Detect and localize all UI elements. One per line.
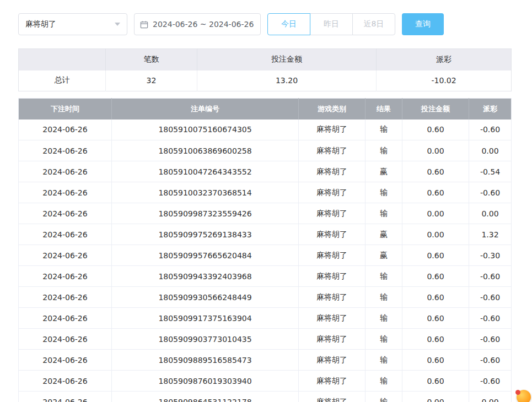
table-row: 2024-06-26 1805909864531122178 麻将胡了 输 0.…	[19, 392, 512, 402]
bet-amount: 0.60	[402, 161, 469, 182]
bet-payout: -0.60	[469, 287, 512, 308]
bet-date: 2024-06-26	[19, 140, 112, 161]
calendar-icon	[140, 20, 148, 29]
quick-date-button[interactable]: 昨日	[310, 13, 353, 35]
bet-payout: -0.54	[469, 161, 512, 182]
bet-date: 2024-06-26	[19, 119, 112, 140]
bet-result: 输	[366, 203, 402, 224]
bet-order-id: 1805910032370368514	[112, 182, 299, 203]
bet-amount: 0.00	[402, 203, 469, 224]
bet-payout: 0.00	[469, 203, 512, 224]
date-quick-buttons: 今日 昨日 近8日	[267, 13, 395, 35]
bet-order-id: 1805909903773010435	[112, 329, 299, 350]
bet-order-id: 1805909975269138433	[112, 224, 299, 245]
table-row: 2024-06-26 1805910032370368514 麻将胡了 输 0.…	[19, 182, 512, 203]
bet-order-id: 1805909930566248449	[112, 287, 299, 308]
table-row: 2024-06-26 1805909930566248449 麻将胡了 输 0.…	[19, 287, 512, 308]
bet-game: 麻将胡了	[299, 161, 366, 182]
bet-payout: -0.60	[469, 182, 512, 203]
table-row: 2024-06-26 1805909975269138433 麻将胡了 赢 0.…	[19, 224, 512, 245]
bet-payout: -0.30	[469, 245, 512, 266]
service-widget-icon[interactable]	[517, 390, 531, 402]
notification-badge	[515, 390, 520, 395]
bet-order-id: 1805910075160674305	[112, 119, 299, 140]
summary-total-count: 32	[106, 70, 197, 91]
bet-amount: 0.60	[402, 329, 469, 350]
bet-result: 输	[366, 308, 402, 329]
table-row: 2024-06-26 1805910047264343552 麻将胡了 赢 0.…	[19, 161, 512, 182]
header-bet-time: 下注时间	[19, 99, 112, 119]
game-select[interactable]: 麻将胡了	[18, 13, 127, 35]
summary-total-payout: -10.02	[377, 70, 512, 91]
quick-date-button[interactable]: 今日	[267, 13, 310, 35]
summary-header-bet-amount: 投注金额	[197, 49, 377, 70]
bet-order-id: 1805909943392403968	[112, 266, 299, 287]
bet-records-page: 麻将胡了 2024-06-26 ~ 2024-06-26 今日 昨日 近8日 查…	[0, 0, 532, 402]
header-game-type: 游戏类别	[299, 99, 366, 119]
bet-table-header-row: 下注时间 注单编号 游戏类别 结果 投注金额 派彩	[19, 99, 512, 119]
bet-date: 2024-06-26	[19, 287, 112, 308]
bet-amount: 0.60	[402, 245, 469, 266]
bet-order-id: 1805910063869600258	[112, 140, 299, 161]
bet-date: 2024-06-26	[19, 224, 112, 245]
bet-order-id: 1805909889516585473	[112, 350, 299, 371]
bet-order-id: 1805909917375163904	[112, 308, 299, 329]
bet-amount: 0.00	[402, 224, 469, 245]
bet-amount: 0.00	[402, 140, 469, 161]
bet-payout: -0.60	[469, 329, 512, 350]
date-range-value: 2024-06-26 ~ 2024-06-26	[153, 20, 254, 29]
bet-date: 2024-06-26	[19, 245, 112, 266]
header-payout: 派彩	[469, 99, 512, 119]
bet-result: 输	[366, 371, 402, 392]
bet-result: 输	[366, 350, 402, 371]
bet-amount: 0.60	[402, 371, 469, 392]
bet-order-id: 1805910047264343552	[112, 161, 299, 182]
bet-amount: 0.60	[402, 119, 469, 140]
summary-total-bet-amount: 13.20	[197, 70, 377, 91]
bet-result: 输	[366, 266, 402, 287]
table-row: 2024-06-26 1805909987323559426 麻将胡了 输 0.…	[19, 203, 512, 224]
summary-total-label: 总计	[19, 70, 106, 91]
table-row: 2024-06-26 1805909876019303940 麻将胡了 输 0.…	[19, 371, 512, 392]
bet-game: 麻将胡了	[299, 392, 366, 402]
header-bet-amount: 投注金额	[402, 99, 469, 119]
table-row: 2024-06-26 1805910075160674305 麻将胡了 输 0.…	[19, 119, 512, 140]
bet-amount: 0.60	[402, 287, 469, 308]
bet-game: 麻将胡了	[299, 245, 366, 266]
bet-date: 2024-06-26	[19, 203, 112, 224]
bet-amount: 0.60	[402, 266, 469, 287]
table-row: 2024-06-26 1805909957665620484 麻将胡了 赢 0.…	[19, 245, 512, 266]
bet-result: 输	[366, 140, 402, 161]
bet-date: 2024-06-26	[19, 182, 112, 203]
bet-game: 麻将胡了	[299, 308, 366, 329]
bet-amount: 0.60	[402, 308, 469, 329]
chevron-down-icon	[115, 23, 120, 26]
quick-date-button[interactable]: 近8日	[352, 13, 395, 35]
bet-payout: 0.00	[469, 140, 512, 161]
game-select-value: 麻将胡了	[25, 19, 56, 29]
table-row: 2024-06-26 1805909917375163904 麻将胡了 输 0.…	[19, 308, 512, 329]
table-row: 2024-06-26 1805909903773010435 麻将胡了 输 0.…	[19, 329, 512, 350]
date-range-picker[interactable]: 2024-06-26 ~ 2024-06-26	[134, 13, 261, 35]
query-button[interactable]: 查询	[402, 13, 444, 35]
bet-date: 2024-06-26	[19, 266, 112, 287]
bet-game: 麻将胡了	[299, 329, 366, 350]
summary-table: 笔数 投注金额 派彩 总计 32 13.20 -10.02	[18, 48, 512, 91]
summary-total-row: 总计 32 13.20 -10.02	[19, 70, 512, 91]
bet-game: 麻将胡了	[299, 224, 366, 245]
bet-game: 麻将胡了	[299, 266, 366, 287]
bet-payout: 1.32	[469, 224, 512, 245]
bet-game: 麻将胡了	[299, 350, 366, 371]
header-result: 结果	[366, 99, 402, 119]
summary-header-count: 笔数	[106, 49, 197, 70]
table-row: 2024-06-26 1805909943392403968 麻将胡了 输 0.…	[19, 266, 512, 287]
bet-date: 2024-06-26	[19, 350, 112, 371]
table-row: 2024-06-26 1805910063869600258 麻将胡了 输 0.…	[19, 140, 512, 161]
bet-amount: 0.60	[402, 182, 469, 203]
bet-date: 2024-06-26	[19, 308, 112, 329]
bet-payout: 0.00	[469, 392, 512, 402]
summary-header-payout: 派彩	[377, 49, 512, 70]
bet-payout: -0.60	[469, 266, 512, 287]
header-order-id: 注单编号	[112, 99, 299, 119]
bet-amount: 0.00	[402, 392, 469, 402]
